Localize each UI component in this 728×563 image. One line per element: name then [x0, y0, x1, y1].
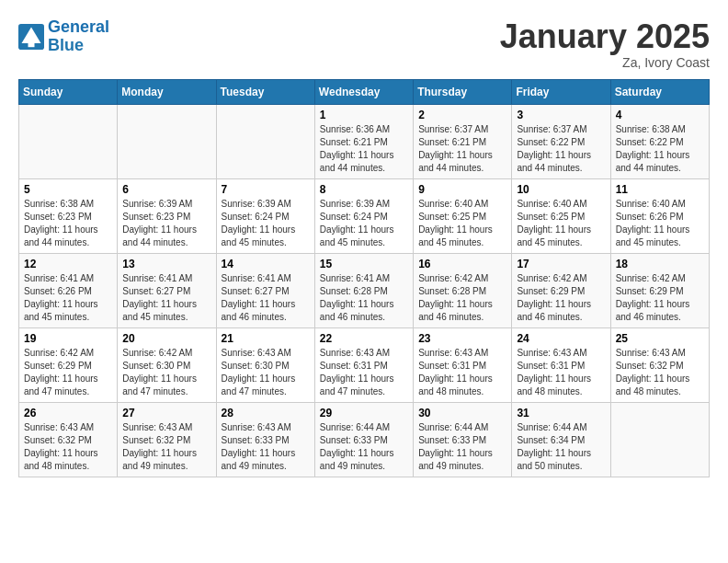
- day-info: Sunrise: 6:41 AM Sunset: 6:28 PM Dayligh…: [320, 272, 408, 324]
- calendar-cell: 2Sunrise: 6:37 AM Sunset: 6:21 PM Daylig…: [414, 104, 512, 178]
- day-info: Sunrise: 6:42 AM Sunset: 6:30 PM Dayligh…: [122, 347, 210, 398]
- day-info: Sunrise: 6:43 AM Sunset: 6:33 PM Dayligh…: [222, 421, 310, 473]
- day-info: Sunrise: 6:40 AM Sunset: 6:25 PM Dayligh…: [517, 198, 605, 249]
- day-number: 1: [320, 109, 408, 121]
- calendar-header-row: SundayMondayTuesdayWednesdayThursdayFrid…: [19, 79, 710, 104]
- calendar-cell: 16Sunrise: 6:42 AM Sunset: 6:28 PM Dayli…: [414, 253, 512, 327]
- logo-line1: General: [48, 17, 109, 36]
- day-number: 21: [222, 332, 310, 345]
- day-info: Sunrise: 6:37 AM Sunset: 6:21 PM Dayligh…: [418, 123, 506, 175]
- calendar-cell: [19, 104, 118, 178]
- day-info: Sunrise: 6:38 AM Sunset: 6:23 PM Dayligh…: [24, 198, 112, 249]
- day-info: Sunrise: 6:41 AM Sunset: 6:27 PM Dayligh…: [222, 272, 310, 324]
- day-info: Sunrise: 6:43 AM Sunset: 6:30 PM Dayligh…: [222, 347, 310, 398]
- calendar-cell: 10Sunrise: 6:40 AM Sunset: 6:25 PM Dayli…: [512, 178, 610, 253]
- col-header-wednesday: Wednesday: [314, 79, 413, 104]
- day-info: Sunrise: 6:41 AM Sunset: 6:27 PM Dayligh…: [122, 272, 210, 324]
- calendar-cell: [216, 104, 314, 178]
- day-number: 18: [616, 258, 704, 270]
- day-number: 27: [122, 407, 210, 419]
- day-number: 31: [517, 407, 605, 419]
- calendar-cell: 23Sunrise: 6:43 AM Sunset: 6:31 PM Dayli…: [414, 327, 512, 402]
- day-info: Sunrise: 6:42 AM Sunset: 6:29 PM Dayligh…: [24, 347, 112, 398]
- day-number: 13: [122, 258, 210, 270]
- col-header-thursday: Thursday: [414, 79, 512, 104]
- calendar-cell: 28Sunrise: 6:43 AM Sunset: 6:33 PM Dayli…: [216, 402, 314, 477]
- day-number: 5: [24, 183, 112, 196]
- day-number: 20: [122, 332, 210, 345]
- page-header: General Blue January 2025 Za, Ivory Coas…: [18, 18, 710, 70]
- day-number: 28: [222, 407, 310, 419]
- calendar-cell: 11Sunrise: 6:40 AM Sunset: 6:26 PM Dayli…: [610, 178, 709, 253]
- calendar-week-row: 19Sunrise: 6:42 AM Sunset: 6:29 PM Dayli…: [19, 327, 710, 402]
- day-info: Sunrise: 6:43 AM Sunset: 6:32 PM Dayligh…: [122, 421, 210, 473]
- day-number: 7: [222, 183, 310, 196]
- calendar-cell: 15Sunrise: 6:41 AM Sunset: 6:28 PM Dayli…: [314, 253, 413, 327]
- day-info: Sunrise: 6:43 AM Sunset: 6:31 PM Dayligh…: [418, 347, 506, 398]
- col-header-tuesday: Tuesday: [216, 79, 314, 104]
- day-number: 25: [616, 332, 704, 345]
- location-subtitle: Za, Ivory Coast: [500, 55, 710, 70]
- day-info: Sunrise: 6:43 AM Sunset: 6:32 PM Dayligh…: [616, 347, 704, 398]
- day-info: Sunrise: 6:40 AM Sunset: 6:25 PM Dayligh…: [418, 198, 506, 249]
- calendar-cell: 8Sunrise: 6:39 AM Sunset: 6:24 PM Daylig…: [314, 178, 413, 253]
- calendar-cell: 13Sunrise: 6:41 AM Sunset: 6:27 PM Dayli…: [118, 253, 216, 327]
- day-number: 8: [320, 183, 408, 196]
- logo: General Blue: [18, 18, 109, 55]
- calendar-cell: 20Sunrise: 6:42 AM Sunset: 6:30 PM Dayli…: [118, 327, 216, 402]
- calendar-cell: 27Sunrise: 6:43 AM Sunset: 6:32 PM Dayli…: [118, 402, 216, 477]
- day-info: Sunrise: 6:43 AM Sunset: 6:31 PM Dayligh…: [517, 347, 605, 398]
- day-number: 10: [517, 183, 605, 196]
- calendar-week-row: 5Sunrise: 6:38 AM Sunset: 6:23 PM Daylig…: [19, 178, 710, 253]
- col-header-sunday: Sunday: [19, 79, 118, 104]
- calendar-cell: 5Sunrise: 6:38 AM Sunset: 6:23 PM Daylig…: [19, 178, 118, 253]
- calendar-week-row: 26Sunrise: 6:43 AM Sunset: 6:32 PM Dayli…: [19, 402, 710, 477]
- calendar-cell: 7Sunrise: 6:39 AM Sunset: 6:24 PM Daylig…: [216, 178, 314, 253]
- calendar-cell: 17Sunrise: 6:42 AM Sunset: 6:29 PM Dayli…: [512, 253, 610, 327]
- day-number: 19: [24, 332, 112, 345]
- calendar-cell: 30Sunrise: 6:44 AM Sunset: 6:33 PM Dayli…: [414, 402, 512, 477]
- col-header-monday: Monday: [118, 79, 216, 104]
- day-number: 15: [320, 258, 408, 270]
- day-number: 11: [616, 183, 704, 196]
- calendar-cell: [610, 402, 709, 477]
- calendar-cell: [118, 104, 216, 178]
- month-title: January 2025: [500, 18, 710, 55]
- day-info: Sunrise: 6:44 AM Sunset: 6:34 PM Dayligh…: [517, 421, 605, 473]
- day-number: 30: [418, 407, 506, 419]
- day-number: 14: [222, 258, 310, 270]
- day-info: Sunrise: 6:43 AM Sunset: 6:31 PM Dayligh…: [320, 347, 408, 398]
- day-info: Sunrise: 6:39 AM Sunset: 6:23 PM Dayligh…: [122, 198, 210, 249]
- day-info: Sunrise: 6:41 AM Sunset: 6:26 PM Dayligh…: [24, 272, 112, 324]
- calendar-cell: 12Sunrise: 6:41 AM Sunset: 6:26 PM Dayli…: [19, 253, 118, 327]
- calendar-cell: 26Sunrise: 6:43 AM Sunset: 6:32 PM Dayli…: [19, 402, 118, 477]
- day-info: Sunrise: 6:44 AM Sunset: 6:33 PM Dayligh…: [418, 421, 506, 473]
- day-info: Sunrise: 6:44 AM Sunset: 6:33 PM Dayligh…: [320, 421, 408, 473]
- logo-icon: [18, 24, 44, 50]
- day-info: Sunrise: 6:39 AM Sunset: 6:24 PM Dayligh…: [222, 198, 310, 249]
- calendar-cell: 31Sunrise: 6:44 AM Sunset: 6:34 PM Dayli…: [512, 402, 610, 477]
- calendar-cell: 14Sunrise: 6:41 AM Sunset: 6:27 PM Dayli…: [216, 253, 314, 327]
- calendar-cell: 24Sunrise: 6:43 AM Sunset: 6:31 PM Dayli…: [512, 327, 610, 402]
- col-header-saturday: Saturday: [610, 79, 709, 104]
- day-number: 29: [320, 407, 408, 419]
- calendar-week-row: 1Sunrise: 6:36 AM Sunset: 6:21 PM Daylig…: [19, 104, 710, 178]
- day-info: Sunrise: 6:39 AM Sunset: 6:24 PM Dayligh…: [320, 198, 408, 249]
- day-info: Sunrise: 6:36 AM Sunset: 6:21 PM Dayligh…: [320, 123, 408, 175]
- calendar-cell: 29Sunrise: 6:44 AM Sunset: 6:33 PM Dayli…: [314, 402, 413, 477]
- day-number: 12: [24, 258, 112, 270]
- day-number: 6: [122, 183, 210, 196]
- title-block: January 2025 Za, Ivory Coast: [500, 18, 710, 70]
- day-info: Sunrise: 6:42 AM Sunset: 6:29 PM Dayligh…: [517, 272, 605, 324]
- calendar-cell: 18Sunrise: 6:42 AM Sunset: 6:29 PM Dayli…: [610, 253, 709, 327]
- calendar-table: SundayMondayTuesdayWednesdayThursdayFrid…: [18, 79, 710, 477]
- logo-line2: Blue: [48, 36, 84, 54]
- day-number: 4: [616, 109, 704, 121]
- day-info: Sunrise: 6:42 AM Sunset: 6:28 PM Dayligh…: [418, 272, 506, 324]
- calendar-cell: 1Sunrise: 6:36 AM Sunset: 6:21 PM Daylig…: [314, 104, 413, 178]
- day-info: Sunrise: 6:37 AM Sunset: 6:22 PM Dayligh…: [517, 123, 605, 175]
- day-info: Sunrise: 6:38 AM Sunset: 6:22 PM Dayligh…: [616, 123, 704, 175]
- day-number: 23: [418, 332, 506, 345]
- calendar-week-row: 12Sunrise: 6:41 AM Sunset: 6:26 PM Dayli…: [19, 253, 710, 327]
- day-number: 22: [320, 332, 408, 345]
